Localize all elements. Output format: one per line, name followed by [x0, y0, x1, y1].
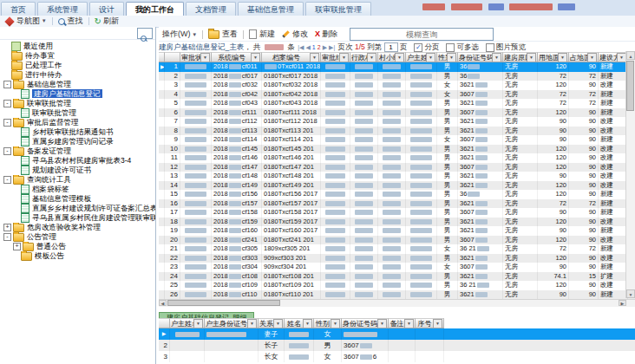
collapse-icon[interactable]: - — [3, 81, 11, 88]
table-cell[interactable]: 扩建 — [599, 272, 628, 282]
table-cell[interactable]: 3607 — [458, 208, 503, 218]
table-row[interactable]: 262018cf1100180Txcf110 201男3621无房9090新建 — [159, 290, 635, 300]
table-cell[interactable]: 0180Txcf043 2018 — [262, 99, 321, 108]
table-cell[interactable]: 3621 — [458, 290, 503, 300]
table-cell[interactable]: 0180Txcf159 2017 — [262, 218, 321, 227]
actions-menu-button[interactable]: 操作(W) ▼ — [159, 27, 200, 42]
table-row[interactable]: 122018cf1470180Txcf147 201男3607无房12090改建 — [159, 163, 635, 172]
table-cell[interactable]: 男 — [437, 72, 458, 81]
table-cell[interactable]: 74.1 — [538, 272, 569, 282]
table-cell[interactable]: 男 — [437, 153, 458, 163]
delete-button[interactable]: X删除 — [311, 27, 341, 41]
table-cell[interactable] — [350, 254, 378, 263]
table-cell[interactable]: 909xcf304 201 — [262, 263, 321, 272]
table-cell[interactable]: 2018cf305 — [212, 244, 262, 254]
table-cell[interactable] — [406, 199, 437, 209]
table-cell[interactable] — [406, 163, 437, 172]
table-cell[interactable]: 120 — [538, 236, 569, 245]
table-cell[interactable]: 无房 — [503, 226, 538, 236]
table-cell[interactable]: 男 — [437, 208, 458, 218]
column-header[interactable]: 性别▼ — [314, 318, 342, 328]
horizontal-scroll-thumb[interactable] — [167, 300, 280, 306]
table-cell[interactable]: 90 — [569, 108, 599, 118]
table-cell[interactable] — [350, 127, 378, 136]
table-cell[interactable]: 90 — [569, 218, 599, 227]
collapse-icon[interactable]: - — [3, 147, 11, 155]
tab-item[interactable]: 文档管理 — [186, 2, 236, 16]
table-cell[interactable]: 2018cf114 — [212, 135, 262, 145]
table-cell[interactable]: 90 — [569, 135, 599, 145]
table-cell[interactable]: 无房 — [503, 208, 538, 218]
table-cell[interactable] — [378, 263, 406, 272]
table-cell[interactable] — [321, 108, 350, 118]
table-cell[interactable]: 72 — [569, 90, 599, 100]
table-cell[interactable]: 男 — [437, 99, 458, 108]
table-cell[interactable] — [350, 172, 378, 181]
sidebar-item[interactable]: 联审联批管理 — [0, 108, 155, 118]
table-cell[interactable] — [321, 226, 350, 236]
table-row[interactable]: 182018cf1590180Txcf159 2017男3621无房12090改… — [159, 218, 635, 227]
table-cell[interactable] — [321, 263, 350, 272]
table-cell[interactable] — [321, 172, 350, 181]
table-cell[interactable]: 男 — [437, 218, 458, 227]
table-cell[interactable]: 新建 — [599, 72, 628, 81]
table-cell[interactable]: 72 — [538, 99, 569, 108]
table-cell[interactable] — [416, 351, 444, 362]
table-cell[interactable]: 90 — [569, 208, 599, 218]
table-cell[interactable]: 3621 — [458, 218, 503, 227]
table-cell[interactable] — [378, 117, 406, 127]
multiselect-checkbox[interactable] — [446, 43, 455, 52]
table-cell[interactable] — [180, 72, 212, 81]
vertical-scrollbar[interactable]: ▲ ▼ — [625, 51, 635, 298]
table-cell[interactable]: 女 — [437, 81, 458, 90]
table-cell[interactable]: 2018cf148 — [212, 172, 262, 181]
table-cell[interactable]: 男 — [437, 108, 458, 118]
vertical-scroll-thumb[interactable] — [626, 61, 634, 111]
table-cell[interactable]: 长子 — [259, 340, 285, 351]
tab-item[interactable]: 设计 — [89, 2, 124, 16]
table-cell[interactable] — [321, 135, 350, 145]
table-row[interactable]: 232018cf304909xcf304 201女3607无房9090新建 — [159, 263, 635, 272]
table-cell[interactable]: 2018cf042 — [212, 90, 262, 100]
column-header[interactable]: 性别▼ — [437, 52, 458, 62]
column-filter-button[interactable]: ▼ — [273, 319, 283, 328]
table-cell[interactable] — [378, 190, 406, 199]
table-cell[interactable] — [180, 226, 212, 236]
expand-icon[interactable]: + — [3, 224, 11, 231]
table-cell[interactable]: 90 — [569, 81, 599, 90]
table-row[interactable]: 52018cf0430180Txcf043 2018男3621无房7272新建 — [159, 99, 635, 108]
first-page-button[interactable]: |◀ — [298, 44, 304, 50]
table-cell[interactable]: 36 — [458, 72, 503, 81]
table-cell[interactable]: 90 — [569, 127, 599, 136]
column-header[interactable]: 姓名▼ — [285, 318, 314, 328]
sidebar-item[interactable]: 建房户基础信息登记 — [0, 89, 155, 99]
table-cell[interactable] — [180, 163, 212, 172]
table-cell[interactable]: 0180Txcf145 201 — [262, 145, 321, 154]
column-filter-button[interactable]: ▼ — [193, 319, 203, 328]
table-cell[interactable]: 3621 — [458, 272, 503, 282]
table-cell[interactable]: 120 — [538, 62, 569, 72]
table-cell[interactable]: 男 — [437, 236, 458, 245]
sidebar-item[interactable]: 直属乡乡村建设规划许可证备案汇总表 — [0, 204, 155, 213]
table-cell[interactable]: 2018cf160 — [212, 226, 262, 236]
table-cell[interactable]: 90 — [538, 127, 569, 136]
table-cell[interactable] — [180, 236, 212, 245]
table-cell[interactable] — [350, 90, 378, 100]
table-cell[interactable]: 0180Txcf148 201 — [262, 172, 321, 181]
table-cell[interactable] — [378, 290, 406, 300]
table-cell[interactable]: 90 — [538, 290, 569, 300]
collapse-icon[interactable]: - — [3, 119, 11, 127]
column-filter-button[interactable]: ▼ — [395, 53, 404, 62]
table-cell[interactable] — [180, 135, 212, 145]
sidebar-item[interactable]: 乡村联审联批结果通知书 — [0, 127, 155, 137]
column-header[interactable]: 行政村▼ — [350, 52, 378, 62]
table-cell[interactable]: 改建 — [599, 181, 628, 191]
table-cell[interactable] — [180, 117, 212, 127]
table-row[interactable]: 112018cf1460180Txcf146 201男3621无房12090改建 — [159, 153, 635, 163]
table-row[interactable]: 202018cf2410180Txcf241 201男3607无房12090改建 — [159, 236, 635, 245]
table-cell[interactable]: 90 — [538, 263, 569, 272]
table-row[interactable]: 192018cf1600180Txcf160 2017男3621无房9090新建 — [159, 226, 635, 236]
column-header[interactable]: 用地面积▼ — [538, 52, 569, 62]
sidebar-item[interactable]: 直属乡建房管理访问记录 — [0, 137, 155, 146]
table-cell[interactable]: 新建 — [599, 199, 628, 209]
